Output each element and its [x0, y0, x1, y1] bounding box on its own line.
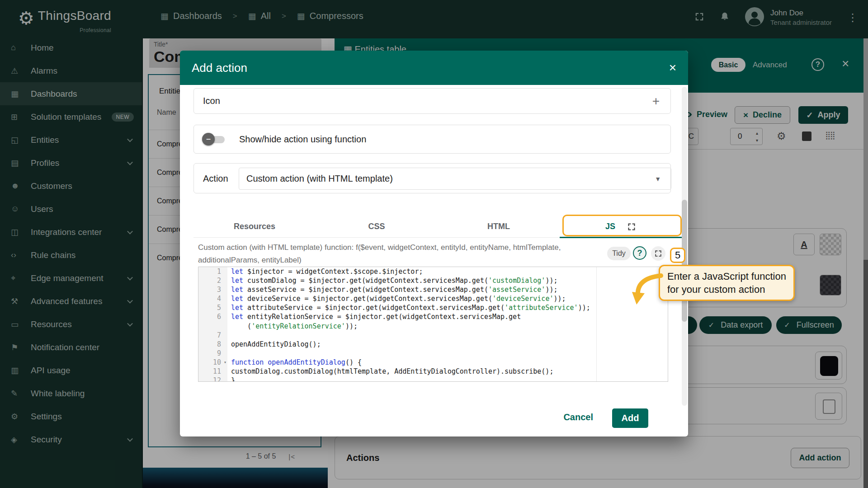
code-line: 6let entityRelationService = $injector.g…: [198, 312, 668, 321]
chevron-down-icon: ▼: [655, 175, 661, 183]
editor-tabs: ResourcesCSSHTMLJS: [193, 216, 682, 238]
action-type-value: Custom action (with HTML template): [246, 174, 655, 184]
tab-fullscreen-icon[interactable]: [627, 222, 636, 231]
code-line: 10▾function openAddEntityDialog() {: [198, 358, 668, 367]
help-icon[interactable]: ?: [633, 246, 646, 260]
tab-html[interactable]: HTML: [438, 216, 560, 237]
line-number: 10▾: [198, 358, 227, 367]
code-line: 7: [198, 331, 668, 340]
screen: ▦Dashboards>▦All>▦Compressors John Doe T…: [0, 0, 868, 488]
add-button[interactable]: Add: [612, 408, 648, 428]
line-number: 2: [198, 276, 227, 285]
code-line: 1let $injector = widgetContext.$scope.$i…: [198, 267, 668, 276]
icon-field[interactable]: Icon +: [193, 88, 671, 114]
tab-resources[interactable]: Resources: [193, 216, 316, 237]
line-number: 12: [198, 376, 227, 382]
dialog-scrollbar[interactable]: [682, 87, 687, 406]
action-type-field: Action Custom action (with HTML template…: [193, 163, 671, 193]
tab-js[interactable]: JS: [560, 216, 682, 237]
dialog-footer: Cancel Add: [180, 408, 688, 428]
line-number: [198, 322, 227, 331]
line-number: 8: [198, 340, 227, 349]
tooltip-line2: for your custom action: [667, 283, 786, 296]
line-number: 4: [198, 294, 227, 303]
add-icon-button[interactable]: +: [652, 94, 660, 108]
code-line: 3let assetService = $injector.get(widget…: [198, 285, 668, 294]
active-tab-indicator: [560, 237, 682, 238]
show-hide-function-field: − Show/hide action using function: [193, 125, 671, 154]
action-label: Action: [203, 174, 228, 184]
step-number-badge: 5: [670, 248, 685, 263]
line-number: 9: [198, 349, 227, 358]
code-line: 5let attributeService = $injector.get(wi…: [198, 303, 668, 312]
line-number: 1: [198, 267, 227, 276]
code-line: 9: [198, 349, 668, 358]
toggle-label: Show/hide action using function: [239, 134, 366, 145]
fold-icon[interactable]: ▾: [224, 358, 226, 367]
tooltip-line1: Enter a JavaScript function: [667, 270, 786, 283]
toggle-thumb-icon[interactable]: −: [202, 133, 215, 145]
code-lines: 1let $injector = widgetContext.$scope.$i…: [198, 267, 668, 382]
function-signature-line2: additionalParams, entityLabel): [198, 256, 302, 265]
icon-field-label: Icon: [203, 96, 652, 106]
cancel-button[interactable]: Cancel: [563, 412, 593, 422]
dialog-header: Add action ×: [180, 51, 688, 85]
line-number: 3: [198, 285, 227, 294]
close-icon[interactable]: ×: [669, 61, 676, 75]
function-signature-line1: Custom action (with HTML template) funct…: [198, 243, 561, 252]
dialog-title: Add action: [192, 61, 669, 75]
print-margin-line: [596, 267, 597, 381]
line-number: 5: [198, 303, 227, 312]
line-number: 11: [198, 367, 227, 376]
show-hide-toggle[interactable]: −: [203, 134, 226, 144]
line-number: 6: [198, 312, 227, 321]
add-action-dialog: Add action × Icon + − Show/hide action u…: [180, 51, 688, 436]
annotation-tooltip: Enter a JavaScript function for your cus…: [659, 265, 795, 301]
editor-fullscreen-icon[interactable]: [651, 246, 665, 261]
code-line: 4let deviceService = $injector.get(widge…: [198, 294, 668, 303]
code-line: 8openAddEntityDialog();: [198, 340, 668, 349]
code-line: 11customDialog.customDialog(htmlTemplate…: [198, 367, 668, 376]
action-type-select[interactable]: Custom action (with HTML template) ▼: [239, 168, 671, 190]
tab-css[interactable]: CSS: [316, 216, 438, 237]
code-line: ('entityRelationService'));: [198, 322, 668, 331]
code-line: 2let customDialog = $injector.get(widget…: [198, 276, 668, 285]
code-line: 12}: [198, 376, 668, 382]
js-code-editor[interactable]: 1let $injector = widgetContext.$scope.$i…: [198, 267, 668, 382]
annotation-arrow-icon: [630, 270, 664, 308]
tidy-button[interactable]: Tidy: [607, 247, 631, 260]
line-number: 7: [198, 331, 227, 340]
